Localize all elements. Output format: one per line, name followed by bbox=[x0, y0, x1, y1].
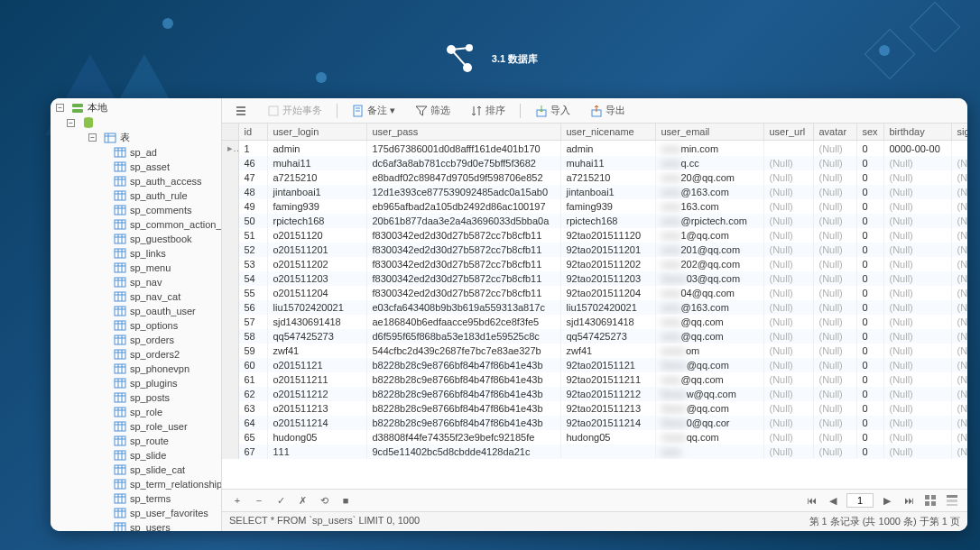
cell[interactable]: o201511204 bbox=[267, 286, 366, 300]
cell[interactable]: b8228b28c9e8766bf84b47f86b41e43b bbox=[366, 401, 560, 416]
cell[interactable] bbox=[222, 430, 238, 445]
filter-button[interactable]: 筛选 bbox=[410, 102, 456, 119]
cell[interactable]: (Null) bbox=[763, 329, 813, 344]
table-row[interactable]: 47a7215210e8badf02c89847d9705d9f598706e8… bbox=[222, 170, 967, 185]
grid-view-button[interactable] bbox=[922, 492, 938, 509]
cell[interactable]: (Null) bbox=[883, 156, 951, 170]
cell[interactable]: ▸ bbox=[222, 141, 238, 157]
cell[interactable]: (Null) bbox=[763, 185, 813, 199]
table-row[interactable]: 55o201511204f8300342ed2d30d27b5872cc7b8c… bbox=[222, 286, 967, 300]
table-node[interactable]: sp_plugins bbox=[51, 376, 221, 390]
delete-record-button[interactable]: − bbox=[251, 492, 267, 509]
cell[interactable]: 59 bbox=[238, 344, 267, 358]
cell[interactable]: 92tao201511211 bbox=[560, 372, 655, 387]
column-header[interactable]: sign bbox=[951, 124, 967, 141]
table-node[interactable]: sp_users bbox=[51, 520, 221, 531]
cell[interactable]: o201511203 bbox=[267, 271, 366, 286]
cell[interactable]: (Null) bbox=[883, 358, 951, 372]
cell[interactable]: (Null) bbox=[813, 416, 856, 430]
cell[interactable]: rpictech168 bbox=[560, 214, 655, 228]
cell[interactable]: (Nu bbox=[951, 329, 967, 344]
cell[interactable]: 0 bbox=[856, 199, 883, 214]
cell[interactable]: dc6af3a8ab781ccb79d0e75bff5f3682 bbox=[366, 156, 560, 170]
cell[interactable]: f8300342ed2d30d27b5872cc7b8cfb11 bbox=[366, 271, 560, 286]
cell[interactable]: f8300342ed2d30d27b5872cc7b8cfb11 bbox=[366, 286, 560, 300]
cell[interactable] bbox=[222, 214, 238, 228]
table-row[interactable]: 65hudong05d38808f44fe74355f23e9befc92185… bbox=[222, 430, 967, 445]
cell[interactable]: zxxxxom bbox=[655, 344, 763, 358]
cell[interactable]: 0 bbox=[856, 228, 883, 243]
cell[interactable]: (Null) bbox=[813, 430, 856, 445]
column-header[interactable]: birthday bbox=[883, 124, 951, 141]
cell[interactable]: (Null) bbox=[813, 271, 856, 286]
table-node[interactable]: sp_options bbox=[51, 318, 221, 333]
cell[interactable]: 92tao201511202 bbox=[560, 257, 655, 271]
cell[interactable]: 46 bbox=[238, 156, 267, 170]
cell[interactable]: e03cfa643408b9b3b619a559313a817c bbox=[366, 300, 560, 315]
export-button[interactable]: 导出 bbox=[585, 102, 631, 119]
cell[interactable]: 0 bbox=[856, 372, 883, 387]
cell[interactable] bbox=[222, 286, 238, 300]
cell[interactable]: (Null) bbox=[813, 228, 856, 243]
cell[interactable]: rpictech168 bbox=[267, 214, 366, 228]
cell[interactable]: o201511212 bbox=[267, 387, 366, 401]
cell[interactable]: 92tao201511204 bbox=[560, 286, 655, 300]
cell[interactable]: (Null) bbox=[883, 445, 951, 459]
cell[interactable]: 12d1e393ce877539092485adc0a15ab0 bbox=[366, 185, 560, 199]
table-row[interactable]: 48jintanboai112d1e393ce877539092485adc0a… bbox=[222, 185, 967, 199]
cell[interactable]: (Null) bbox=[763, 430, 813, 445]
cell[interactable]: 47 bbox=[238, 170, 267, 185]
cell[interactable]: (Null) bbox=[763, 344, 813, 358]
cell[interactable]: (Null) bbox=[763, 372, 813, 387]
cell[interactable]: (Null) bbox=[813, 315, 856, 329]
cell[interactable]: (Null) bbox=[763, 170, 813, 185]
cell[interactable]: 0 bbox=[856, 430, 883, 445]
cell[interactable]: (Null) bbox=[813, 170, 856, 185]
cell[interactable]: 54 bbox=[238, 271, 267, 286]
cell[interactable]: 52 bbox=[238, 243, 267, 257]
cell[interactable]: 62 bbox=[238, 387, 267, 401]
table-node[interactable]: sp_comments bbox=[51, 203, 221, 217]
cancel-button[interactable]: ✗ bbox=[294, 492, 310, 509]
table-row[interactable]: 54o201511203f8300342ed2d30d27b5872cc7b8c… bbox=[222, 271, 967, 286]
cell[interactable]: 0 bbox=[856, 315, 883, 329]
cell[interactable]: 92tao201511201 bbox=[560, 243, 655, 257]
cell[interactable]: (Nu bbox=[951, 257, 967, 271]
table-node[interactable]: sp_phonevpn bbox=[51, 362, 221, 376]
cell[interactable]: xxxx202@qq.com bbox=[655, 257, 763, 271]
cell[interactable]: xxxx@qq.com bbox=[655, 315, 763, 329]
menu-button[interactable] bbox=[229, 103, 253, 119]
table-row[interactable]: 671119cd5e11402bc5d8cbdde4128da21cxxxx(N… bbox=[222, 445, 967, 459]
cell[interactable]: (Nu bbox=[951, 185, 967, 199]
cell[interactable]: (Nu bbox=[951, 199, 967, 214]
cell[interactable]: (Null) bbox=[883, 228, 951, 243]
sort-button[interactable]: 排序 bbox=[465, 102, 511, 119]
cell[interactable]: 63 bbox=[238, 401, 267, 416]
cell[interactable]: (Null) bbox=[883, 329, 951, 344]
cell[interactable]: (Null) bbox=[813, 156, 856, 170]
cell[interactable]: (Null) bbox=[813, 401, 856, 416]
expand-icon[interactable]: − bbox=[67, 119, 75, 127]
cell[interactable]: f8300342ed2d30d27b5872cc7b8cfb11 bbox=[366, 228, 560, 243]
refresh-button[interactable]: ⟲ bbox=[316, 492, 332, 509]
cell[interactable]: liu15702420021 bbox=[560, 300, 655, 315]
cell[interactable]: sjd1430691418 bbox=[560, 315, 655, 329]
table-row[interactable]: 60o20151121b8228b28c9e8766bf84b47f86b41e… bbox=[222, 358, 967, 372]
cell[interactable] bbox=[222, 271, 238, 286]
cell[interactable]: 92tao20151121 bbox=[560, 358, 655, 372]
cell[interactable]: (Null) bbox=[813, 243, 856, 257]
cell[interactable]: (Nu bbox=[951, 358, 967, 372]
table-node[interactable]: sp_terms bbox=[51, 491, 221, 506]
cell[interactable]: eb965afbad2a105db2492d86ac100197 bbox=[366, 199, 560, 214]
cell[interactable]: 0 bbox=[856, 214, 883, 228]
cell[interactable]: (Null) bbox=[813, 214, 856, 228]
cell[interactable]: o20151121 bbox=[267, 358, 366, 372]
table-node[interactable]: sp_common_action_log bbox=[51, 217, 221, 232]
cell[interactable]: xxxx04@qq.com bbox=[655, 286, 763, 300]
cell[interactable]: 111 bbox=[267, 445, 366, 459]
cell[interactable]: (Null) bbox=[813, 372, 856, 387]
cell[interactable]: hudong05 bbox=[560, 430, 655, 445]
cell[interactable]: (Null) bbox=[763, 315, 813, 329]
table-row[interactable]: 57sjd1430691418ae186840b6edfaacce95bd62c… bbox=[222, 315, 967, 329]
cell[interactable] bbox=[222, 329, 238, 344]
